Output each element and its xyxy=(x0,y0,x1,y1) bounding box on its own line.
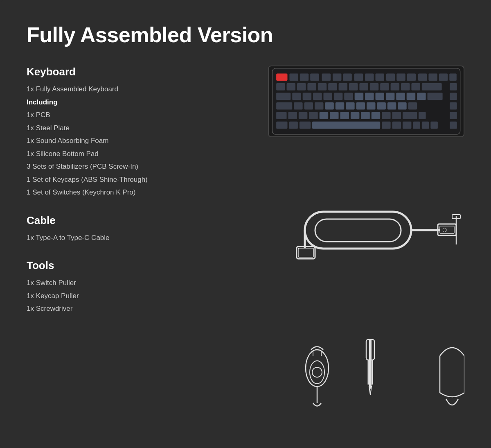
svg-rect-59 xyxy=(377,102,385,110)
svg-rect-54 xyxy=(325,102,333,110)
cable-section-title: Cable xyxy=(27,214,239,227)
svg-rect-80 xyxy=(289,122,297,129)
svg-rect-86 xyxy=(413,122,420,129)
svg-point-104 xyxy=(312,367,322,377)
svg-rect-75 xyxy=(392,112,401,119)
svg-rect-49 xyxy=(450,93,457,100)
svg-rect-83 xyxy=(382,122,390,129)
svg-rect-10 xyxy=(375,74,384,81)
svg-rect-9 xyxy=(365,74,374,81)
svg-rect-6 xyxy=(333,74,341,81)
svg-rect-11 xyxy=(386,74,395,81)
svg-rect-8 xyxy=(354,74,363,81)
list-item: 3 Sets of Stabilizers (PCB Screw-In) xyxy=(27,161,239,172)
svg-rect-92 xyxy=(315,219,401,242)
keyboard-item-list: 1x Fully Assembled Keyboard Including 1x… xyxy=(27,84,239,198)
svg-rect-32 xyxy=(422,83,442,91)
svg-rect-7 xyxy=(343,74,351,81)
svg-rect-44 xyxy=(386,93,394,100)
svg-rect-52 xyxy=(304,102,313,110)
svg-rect-22 xyxy=(318,83,327,91)
svg-rect-62 xyxy=(408,102,417,110)
svg-text:⬡: ⬡ xyxy=(442,227,447,233)
cable-section: Cable 1x Type-A to Type-C Cable xyxy=(27,214,239,243)
svg-rect-4 xyxy=(310,74,319,81)
list-item-including: Including xyxy=(27,97,239,108)
svg-rect-76 xyxy=(403,112,417,119)
svg-rect-38 xyxy=(323,93,332,100)
svg-rect-66 xyxy=(299,112,307,119)
svg-rect-47 xyxy=(417,93,426,100)
svg-rect-99 xyxy=(298,248,313,257)
svg-rect-70 xyxy=(340,112,349,119)
keyboard-illustration xyxy=(268,66,464,137)
svg-rect-91 xyxy=(315,219,401,242)
svg-rect-73 xyxy=(372,112,380,119)
svg-rect-30 xyxy=(401,83,410,91)
svg-rect-19 xyxy=(287,83,295,91)
keyboard-section-title: Keyboard xyxy=(27,66,239,78)
svg-rect-78 xyxy=(450,112,457,119)
svg-rect-37 xyxy=(313,93,322,100)
svg-rect-5 xyxy=(322,74,331,81)
svg-rect-69 xyxy=(330,112,338,119)
svg-rect-25 xyxy=(349,83,358,91)
svg-rect-60 xyxy=(387,102,396,110)
svg-rect-67 xyxy=(309,112,318,119)
svg-rect-26 xyxy=(359,83,368,91)
list-item: 1x Switch Puller xyxy=(27,278,239,288)
svg-rect-84 xyxy=(392,122,401,129)
svg-rect-63 xyxy=(450,102,457,110)
list-item: 1x Steel Plate xyxy=(27,123,239,133)
svg-rect-56 xyxy=(346,102,354,110)
svg-rect-42 xyxy=(365,93,374,100)
svg-rect-13 xyxy=(407,74,416,81)
svg-rect-18 xyxy=(276,83,285,91)
svg-rect-81 xyxy=(300,122,311,129)
svg-rect-2 xyxy=(289,74,298,81)
svg-rect-50 xyxy=(276,102,292,110)
svg-rect-12 xyxy=(396,74,405,81)
page-container: Fully Assembled Version Keyboard 1x Full… xyxy=(0,0,491,448)
svg-rect-58 xyxy=(367,102,375,110)
svg-rect-40 xyxy=(344,93,353,100)
right-column: ⬡ xyxy=(239,66,464,425)
svg-rect-79 xyxy=(276,122,287,129)
content-area: Keyboard 1x Fully Assembled Keyboard Inc… xyxy=(27,66,464,425)
list-item: 1x PCB xyxy=(27,110,239,120)
svg-rect-64 xyxy=(276,112,286,119)
svg-rect-88 xyxy=(430,122,438,129)
svg-rect-51 xyxy=(294,102,302,110)
svg-rect-43 xyxy=(375,93,384,100)
svg-rect-41 xyxy=(355,93,363,100)
svg-rect-1 xyxy=(276,74,287,81)
svg-rect-45 xyxy=(396,93,405,100)
svg-rect-89 xyxy=(450,122,457,129)
svg-rect-74 xyxy=(382,112,390,119)
svg-rect-16 xyxy=(439,74,448,81)
svg-rect-34 xyxy=(276,93,291,100)
list-item: 1x Fully Assembled Keyboard xyxy=(27,84,239,95)
svg-rect-21 xyxy=(307,83,316,91)
svg-rect-20 xyxy=(297,83,306,91)
svg-rect-48 xyxy=(428,93,443,100)
svg-rect-71 xyxy=(351,112,359,119)
list-item: 1 Set of Keycaps (ABS Shine-Through) xyxy=(27,174,239,185)
cable-illustration: ⬡ xyxy=(293,204,464,269)
svg-rect-55 xyxy=(336,102,344,110)
keyboard-section: Keyboard 1x Fully Assembled Keyboard Inc… xyxy=(27,66,239,198)
svg-rect-15 xyxy=(428,74,437,81)
svg-rect-85 xyxy=(403,122,411,129)
list-item: 1x Keycap Puller xyxy=(27,291,239,301)
svg-rect-29 xyxy=(391,83,399,91)
svg-rect-27 xyxy=(370,83,378,91)
svg-rect-77 xyxy=(419,112,426,119)
svg-rect-46 xyxy=(407,93,415,100)
tools-section-title: Tools xyxy=(27,259,239,272)
svg-rect-39 xyxy=(334,93,342,100)
svg-rect-65 xyxy=(288,112,297,119)
page-title: Fully Assembled Version xyxy=(27,23,464,47)
svg-rect-24 xyxy=(339,83,347,91)
svg-rect-3 xyxy=(300,74,309,81)
svg-rect-57 xyxy=(356,102,365,110)
